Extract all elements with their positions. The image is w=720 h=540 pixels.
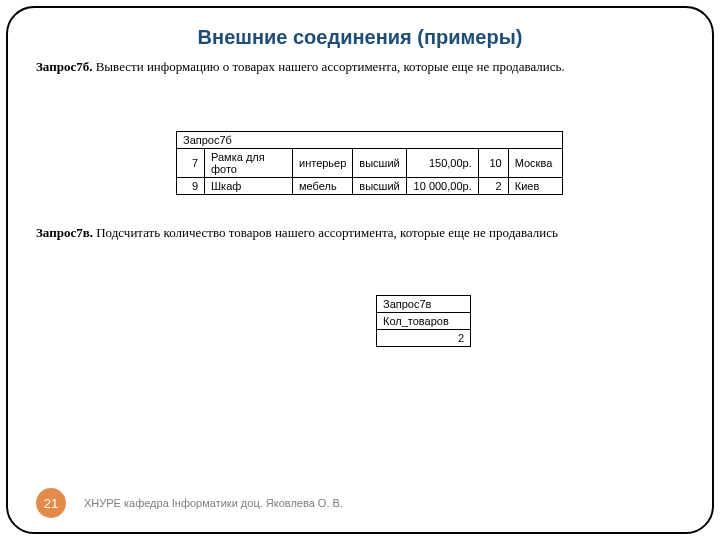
p2-bold: Запрос7в. xyxy=(36,225,96,240)
table-row: 9 Шкаф мебель высший 10 000,00р. 2 Киев xyxy=(177,178,563,195)
paragraph-1: Запрос7б. Вывести информацию о товарах н… xyxy=(36,59,684,75)
footer-text: ХНУРЕ кафедра Інформатики доц. Яковлева … xyxy=(84,497,343,509)
slide-frame: Внешние соединения (примеры) Запрос7б. В… xyxy=(6,6,714,534)
cell-qty: 2 xyxy=(478,178,508,195)
cell-qty: 10 xyxy=(478,149,508,178)
footer: 21 ХНУРЕ кафедра Інформатики доц. Яковле… xyxy=(36,488,684,518)
cell-price: 10 000,00р. xyxy=(406,178,478,195)
cell-grade: высший xyxy=(353,149,406,178)
cell-price: 150,00р. xyxy=(406,149,478,178)
p2-text: Подсчитать количество товаров нашего асс… xyxy=(96,225,558,240)
cell-name: Рамка для фото xyxy=(205,149,293,178)
table-row: 7 Рамка для фото интерьер высший 150,00р… xyxy=(177,149,563,178)
p1-bold: Запрос7б. xyxy=(36,59,92,74)
table2-caption: Запрос7в xyxy=(377,296,471,313)
table-row: Запрос7в xyxy=(377,296,471,313)
table1: Запрос7б 7 Рамка для фото интерьер высши… xyxy=(176,131,563,195)
slide-title: Внешние соединения (примеры) xyxy=(36,26,684,49)
table1-wrap: Запрос7б 7 Рамка для фото интерьер высши… xyxy=(176,131,684,195)
cell-cat: интерьер xyxy=(293,149,353,178)
cell-id: 9 xyxy=(177,178,205,195)
table2-wrap: Запрос7в Кол_товаров 2 xyxy=(376,295,684,347)
cell-city: Киев xyxy=(508,178,562,195)
cell-city: Москва xyxy=(508,149,562,178)
table2-value: 2 xyxy=(377,330,471,347)
table1-caption: Запрос7б xyxy=(177,132,563,149)
paragraph-2: Запрос7в. Подсчитать количество товаров … xyxy=(36,225,684,241)
cell-name: Шкаф xyxy=(205,178,293,195)
cell-grade: высший xyxy=(353,178,406,195)
table-row: Кол_товаров xyxy=(377,313,471,330)
slide-number: 21 xyxy=(36,488,66,518)
cell-id: 7 xyxy=(177,149,205,178)
table2: Запрос7в Кол_товаров 2 xyxy=(376,295,471,347)
table2-header: Кол_товаров xyxy=(377,313,471,330)
p1-text: Вывести информацию о товарах нашего ассо… xyxy=(92,59,564,74)
table-row: Запрос7б xyxy=(177,132,563,149)
table-row: 2 xyxy=(377,330,471,347)
cell-cat: мебель xyxy=(293,178,353,195)
